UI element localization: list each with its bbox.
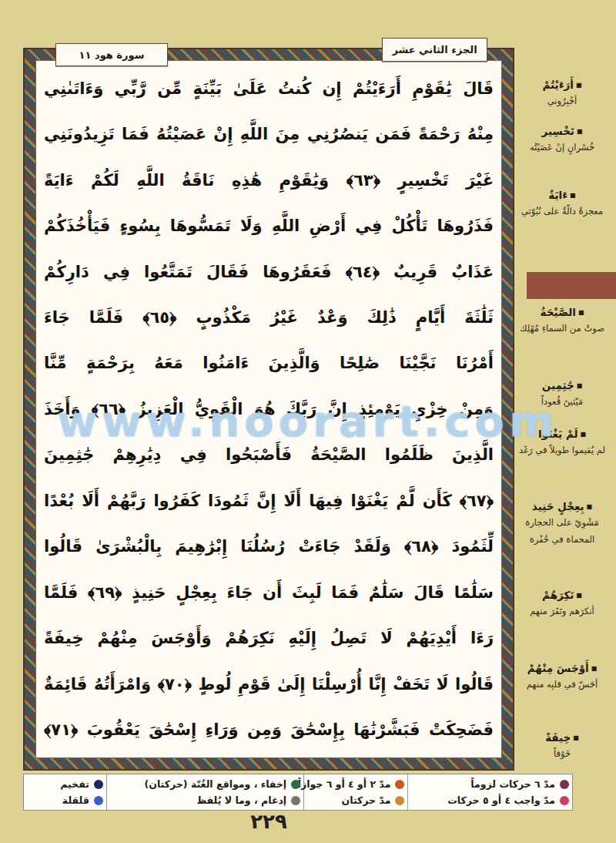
legend-dot-icon xyxy=(94,796,103,805)
legend-row: مدّ ٦ حركات لزوماً xyxy=(411,777,569,792)
legend-column-madd-lazim: مدّ ٦ حركات لزوماً مدّ واجب ٤ أو ٥ حركات xyxy=(407,774,572,810)
legend-label: تفخيم xyxy=(60,778,89,790)
bullet-square-icon: ■ xyxy=(581,431,587,438)
margin-gloss: معجزةٌ دالّةٌ على نُبُوّتي xyxy=(511,203,613,220)
legend-dot-icon xyxy=(560,796,569,805)
legend-row: تفخيم xyxy=(27,777,103,792)
margin-word: بِعِجْلٍ حَنِيذ xyxy=(532,500,584,512)
legend-dot-icon xyxy=(395,780,404,789)
margin-word: خِيفَةً xyxy=(545,731,571,744)
margin-note: ■لَمْ يَغْنَوْا لم يُقيموا طويلاً في رَغ… xyxy=(511,426,613,459)
bullet-square-icon: ■ xyxy=(576,592,582,599)
decorative-border-frame: قَالَ يَٰقَوْمِ أَرَءَيْتُمْ إِن كُنتُ ع… xyxy=(23,48,514,771)
legend-label: مدّ واجب ٤ أو ٥ حركات xyxy=(447,794,555,806)
margin-word: تَخْسِير xyxy=(541,125,574,137)
quran-line: قَالُوا لَا تَخَفْ إِنَّا أُرْسِلْنَا إِ… xyxy=(44,662,494,707)
quran-text-area: قَالَ يَٰقَوْمِ أَرَءَيْتُمْ إِن كُنتُ ع… xyxy=(35,60,502,758)
quran-line: سَلَٰمًا قَالَ سَلَٰمٌ فَمَا لَبِثَ أَن … xyxy=(44,570,494,615)
bullet-square-icon: ■ xyxy=(587,503,593,510)
bullet-square-icon: ■ xyxy=(570,192,576,199)
quran-line: ثَلَٰثَةَ أَيَّامٍ ذَٰلِكَ وَعْدٌ غَيْرُ… xyxy=(44,295,494,340)
margin-note: ■بِعِجْلٍ حَنِيذ مَشْوِيّ على الحجارة ال… xyxy=(511,499,613,548)
legend-dot-icon xyxy=(395,796,404,805)
margin-gloss: لم يُقيموا طويلاً في رَغَد xyxy=(511,442,613,458)
margin-note: ■ءَايَةٌ معجزةٌ دالّةٌ على نُبُوّتي xyxy=(511,187,613,220)
margin-note: ■تَخْسِير خُسْرانٍ إنْ عَصَيْتُه xyxy=(511,123,613,156)
tajweed-legend: مدّ ٦ حركات لزوماً مدّ واجب ٤ أو ٥ حركات… xyxy=(23,774,573,811)
quran-line: فَضَحِكَتْ فَبَشَّرْنَٰهَا بِإِسْحَٰقَ و… xyxy=(44,707,494,752)
bullet-square-icon: ■ xyxy=(576,82,582,89)
legend-label: مدّ حركتان xyxy=(342,794,391,806)
quran-line: مِنْهُ رَحْمَةً فَمَن يَنصُرُنِي مِنَ ال… xyxy=(44,112,494,156)
margin-note: ■خِيفَةً خَوْفاً xyxy=(511,730,613,763)
margin-word: ءَايَةٌ xyxy=(548,189,567,201)
margin-word: لَمْ يَغْنَوْا xyxy=(538,428,578,440)
legend-row: إدغام ، وما لا يُلفظ xyxy=(110,793,300,808)
legend-label: مدّ ٦ حركات لزوماً xyxy=(470,778,555,790)
margin-note: ■الصَّيْحَةُ صوتٌ من السماءِ مُهْلِك xyxy=(511,304,613,338)
margin-gloss: أحَسّ في قلبِه منهم xyxy=(511,677,613,693)
juz-label: الجزء الثاني عشر xyxy=(392,44,477,55)
quran-line: فَذَرُوهَا تَأْكُلْ فِي أَرْضِ اللَّهِ و… xyxy=(44,203,494,248)
margin-note: ■أَرَءَيْتُمْ أخْبِرُوني xyxy=(511,77,613,110)
quran-line: عَذَابٌ قَرِيبٌ ﴿٦٤﴾ فَعَقَرُوهَا فَقَال… xyxy=(44,250,494,294)
margin-note: ■جَٰثِمِين مَيّتينَ قُعوداً xyxy=(511,378,613,411)
margin-word: نَكِرَهُمْ xyxy=(542,589,574,601)
margin-gloss: صوتٌ من السماءِ مُهْلِك xyxy=(511,321,613,337)
margin-word: أَوْجَسَ مِنْهُمْ xyxy=(527,662,589,674)
margin-gloss: أخْبِرُوني xyxy=(511,93,613,109)
quran-line: أَمْرُنَا نَجَّيْنَا صَٰلِحًا وَالَّذِين… xyxy=(44,341,494,385)
bullet-square-icon: ■ xyxy=(573,734,579,741)
juz-cartouche: الجزء الثاني عشر xyxy=(382,38,487,62)
legend-row: قلقلة xyxy=(27,793,103,808)
margin-note: ■أَوْجَسَ مِنْهُمْ أحَسّ في قلبِه منهم xyxy=(511,660,613,694)
legend-row: مدّ واجب ٤ أو ٥ حركات xyxy=(411,793,569,808)
quran-line: وَمِنْ خِزْيِ يَوْمِئِذٍ إِنَّ رَبَّكَ ه… xyxy=(44,387,494,432)
margin-gloss: مَيّتينَ قُعوداً xyxy=(511,394,613,410)
margin-gloss: مَشْوِيّ على الحجارة المحماة في حُفْرة xyxy=(511,515,613,548)
legend-dot-icon xyxy=(94,780,103,789)
legend-dot-icon xyxy=(291,796,300,805)
legend-label: إخفاء ، ومواقع الغُنّة (حركتان) xyxy=(145,778,287,790)
bullet-square-icon: ■ xyxy=(578,309,584,316)
bullet-square-icon: ■ xyxy=(591,665,598,672)
margin-word: جَٰثِمِين xyxy=(542,379,574,391)
bullet-square-icon: ■ xyxy=(577,128,583,135)
margin-word: أَرَءَيْتُمْ xyxy=(542,79,573,91)
bullet-square-icon: ■ xyxy=(577,382,583,389)
legend-row: مدّ حركتان xyxy=(307,793,404,808)
legend-column-madd-jaiz: مدّ ٢ أو ٤ أو ٦ جوازاً مدّ حركتان xyxy=(303,774,407,810)
legend-row: إخفاء ، ومواقع الغُنّة (حركتان) xyxy=(110,777,300,792)
margin-word: الصَّيْحَةُ xyxy=(541,306,576,318)
quran-line: رَءَا أَيْدِيَهُمْ لَا تَصِلُ إِلَيْهِ ن… xyxy=(44,616,494,660)
margin-gloss: خُسْرانٍ إنْ عَصَيْتُه xyxy=(511,139,613,156)
margin-note: ■نَكِرَهُمْ أنكرَهم ونَفَرَ منهم xyxy=(511,587,613,620)
legend-dot-icon xyxy=(560,780,569,789)
legend-label: إدغام ، وما لا يُلفظ xyxy=(196,794,286,806)
legend-dot-icon xyxy=(291,780,300,789)
page-number: ٢٢٩ xyxy=(23,810,514,833)
quran-line: لِّثَمُودَ ﴿٦٨﴾ وَلَقَدْ جَاءَتْ رُسُلُن… xyxy=(44,524,494,569)
margin-gloss: خَوْفاً xyxy=(511,746,613,762)
surah-cartouche: سورة هود ١١ xyxy=(55,43,168,66)
quran-line: الَّذِينَ ظَلَمُوا الصَّيْحَةُ فَأَصْبَح… xyxy=(44,432,494,477)
legend-column-tafkhim-qalqala: تفخيم قلقلة xyxy=(24,774,106,810)
quran-line: قَالَ يَٰقَوْمِ أَرَءَيْتُمْ إِن كُنتُ ع… xyxy=(44,66,494,111)
legend-row: مدّ ٢ أو ٤ أو ٦ جوازاً xyxy=(307,777,404,792)
mushaf-page: الجزء الثاني عشر سورة هود ١١ قَالَ يَٰقَ… xyxy=(0,0,616,843)
legend-label: مدّ ٢ أو ٤ أو ٦ جوازاً xyxy=(298,778,391,790)
legend-column-ikhfa-idgham: إخفاء ، ومواقع الغُنّة (حركتان) إدغام ، … xyxy=(106,774,303,810)
legend-label: قلقلة xyxy=(62,794,89,806)
quran-line: غَيْرَ تَخْسِيرٍ ﴿٦٣﴾ وَيَٰقَوْمِ هَٰذِه… xyxy=(44,158,494,203)
surah-label: سورة هود ١١ xyxy=(79,49,145,61)
margin-gloss: أنكرَهم ونَفَرَ منهم xyxy=(511,603,613,620)
quran-line: ﴿٦٧﴾ كَأَن لَّمْ يَغْنَوْا فِيهَا أَلَا … xyxy=(44,479,494,523)
bookmark-tab xyxy=(527,272,616,299)
